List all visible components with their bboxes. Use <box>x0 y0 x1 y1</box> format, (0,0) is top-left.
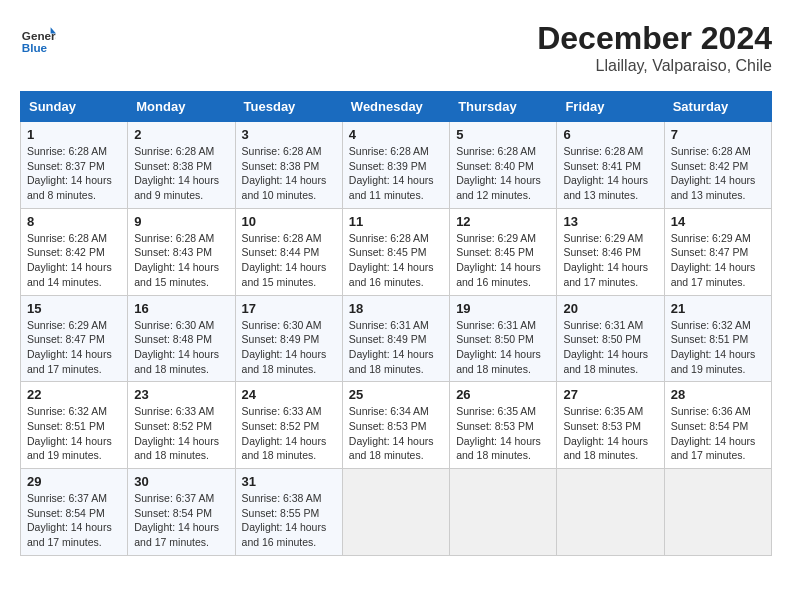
calendar-day-cell: 6Sunrise: 6:28 AMSunset: 8:41 PMDaylight… <box>557 122 664 209</box>
day-sun-info: Sunrise: 6:32 AMSunset: 8:51 PMDaylight:… <box>27 404 121 463</box>
calendar-day-cell: 5Sunrise: 6:28 AMSunset: 8:40 PMDaylight… <box>450 122 557 209</box>
calendar-day-cell: 24Sunrise: 6:33 AMSunset: 8:52 PMDayligh… <box>235 382 342 469</box>
calendar-day-cell: 18Sunrise: 6:31 AMSunset: 8:49 PMDayligh… <box>342 295 449 382</box>
day-sun-info: Sunrise: 6:32 AMSunset: 8:51 PMDaylight:… <box>671 318 765 377</box>
day-number: 11 <box>349 214 443 229</box>
day-sun-info: Sunrise: 6:30 AMSunset: 8:49 PMDaylight:… <box>242 318 336 377</box>
day-sun-info: Sunrise: 6:28 AMSunset: 8:44 PMDaylight:… <box>242 231 336 290</box>
day-of-week-header: Sunday <box>21 92 128 122</box>
day-sun-info: Sunrise: 6:30 AMSunset: 8:48 PMDaylight:… <box>134 318 228 377</box>
calendar-week-row: 1Sunrise: 6:28 AMSunset: 8:37 PMDaylight… <box>21 122 772 209</box>
month-title: December 2024 <box>537 20 772 57</box>
day-number: 7 <box>671 127 765 142</box>
calendar-week-row: 22Sunrise: 6:32 AMSunset: 8:51 PMDayligh… <box>21 382 772 469</box>
calendar-day-cell: 15Sunrise: 6:29 AMSunset: 8:47 PMDayligh… <box>21 295 128 382</box>
calendar-day-cell: 1Sunrise: 6:28 AMSunset: 8:37 PMDaylight… <box>21 122 128 209</box>
day-sun-info: Sunrise: 6:28 AMSunset: 8:38 PMDaylight:… <box>134 144 228 203</box>
day-number: 25 <box>349 387 443 402</box>
day-sun-info: Sunrise: 6:34 AMSunset: 8:53 PMDaylight:… <box>349 404 443 463</box>
calendar-table: SundayMondayTuesdayWednesdayThursdayFrid… <box>20 91 772 556</box>
day-number: 22 <box>27 387 121 402</box>
calendar-day-cell: 7Sunrise: 6:28 AMSunset: 8:42 PMDaylight… <box>664 122 771 209</box>
calendar-day-cell: 29Sunrise: 6:37 AMSunset: 8:54 PMDayligh… <box>21 469 128 556</box>
day-sun-info: Sunrise: 6:28 AMSunset: 8:37 PMDaylight:… <box>27 144 121 203</box>
day-number: 21 <box>671 301 765 316</box>
day-number: 20 <box>563 301 657 316</box>
calendar-day-cell <box>664 469 771 556</box>
day-sun-info: Sunrise: 6:38 AMSunset: 8:55 PMDaylight:… <box>242 491 336 550</box>
day-number: 9 <box>134 214 228 229</box>
calendar-day-cell: 19Sunrise: 6:31 AMSunset: 8:50 PMDayligh… <box>450 295 557 382</box>
day-number: 4 <box>349 127 443 142</box>
calendar-day-cell: 27Sunrise: 6:35 AMSunset: 8:53 PMDayligh… <box>557 382 664 469</box>
title-block: December 2024 Llaillay, Valparaiso, Chil… <box>537 20 772 75</box>
day-sun-info: Sunrise: 6:35 AMSunset: 8:53 PMDaylight:… <box>563 404 657 463</box>
day-sun-info: Sunrise: 6:29 AMSunset: 8:47 PMDaylight:… <box>671 231 765 290</box>
day-number: 13 <box>563 214 657 229</box>
day-of-week-header: Saturday <box>664 92 771 122</box>
day-of-week-header: Tuesday <box>235 92 342 122</box>
day-number: 24 <box>242 387 336 402</box>
day-sun-info: Sunrise: 6:37 AMSunset: 8:54 PMDaylight:… <box>134 491 228 550</box>
day-number: 27 <box>563 387 657 402</box>
calendar-day-cell: 10Sunrise: 6:28 AMSunset: 8:44 PMDayligh… <box>235 208 342 295</box>
day-sun-info: Sunrise: 6:31 AMSunset: 8:49 PMDaylight:… <box>349 318 443 377</box>
calendar-day-cell <box>450 469 557 556</box>
calendar-day-cell: 30Sunrise: 6:37 AMSunset: 8:54 PMDayligh… <box>128 469 235 556</box>
calendar-day-cell: 12Sunrise: 6:29 AMSunset: 8:45 PMDayligh… <box>450 208 557 295</box>
calendar-header-row: SundayMondayTuesdayWednesdayThursdayFrid… <box>21 92 772 122</box>
calendar-day-cell: 22Sunrise: 6:32 AMSunset: 8:51 PMDayligh… <box>21 382 128 469</box>
day-sun-info: Sunrise: 6:28 AMSunset: 8:41 PMDaylight:… <box>563 144 657 203</box>
day-number: 8 <box>27 214 121 229</box>
day-sun-info: Sunrise: 6:36 AMSunset: 8:54 PMDaylight:… <box>671 404 765 463</box>
day-sun-info: Sunrise: 6:35 AMSunset: 8:53 PMDaylight:… <box>456 404 550 463</box>
calendar-day-cell: 3Sunrise: 6:28 AMSunset: 8:38 PMDaylight… <box>235 122 342 209</box>
day-sun-info: Sunrise: 6:28 AMSunset: 8:43 PMDaylight:… <box>134 231 228 290</box>
day-sun-info: Sunrise: 6:28 AMSunset: 8:45 PMDaylight:… <box>349 231 443 290</box>
day-sun-info: Sunrise: 6:28 AMSunset: 8:39 PMDaylight:… <box>349 144 443 203</box>
day-number: 19 <box>456 301 550 316</box>
day-number: 2 <box>134 127 228 142</box>
page-header: General Blue December 2024 Llaillay, Val… <box>20 20 772 75</box>
calendar-day-cell: 26Sunrise: 6:35 AMSunset: 8:53 PMDayligh… <box>450 382 557 469</box>
calendar-day-cell: 11Sunrise: 6:28 AMSunset: 8:45 PMDayligh… <box>342 208 449 295</box>
day-sun-info: Sunrise: 6:28 AMSunset: 8:40 PMDaylight:… <box>456 144 550 203</box>
day-number: 10 <box>242 214 336 229</box>
day-sun-info: Sunrise: 6:29 AMSunset: 8:46 PMDaylight:… <box>563 231 657 290</box>
day-sun-info: Sunrise: 6:31 AMSunset: 8:50 PMDaylight:… <box>563 318 657 377</box>
calendar-day-cell: 2Sunrise: 6:28 AMSunset: 8:38 PMDaylight… <box>128 122 235 209</box>
day-number: 31 <box>242 474 336 489</box>
day-number: 28 <box>671 387 765 402</box>
day-number: 16 <box>134 301 228 316</box>
calendar-week-row: 15Sunrise: 6:29 AMSunset: 8:47 PMDayligh… <box>21 295 772 382</box>
day-sun-info: Sunrise: 6:28 AMSunset: 8:42 PMDaylight:… <box>671 144 765 203</box>
calendar-day-cell: 14Sunrise: 6:29 AMSunset: 8:47 PMDayligh… <box>664 208 771 295</box>
calendar-week-row: 8Sunrise: 6:28 AMSunset: 8:42 PMDaylight… <box>21 208 772 295</box>
day-sun-info: Sunrise: 6:37 AMSunset: 8:54 PMDaylight:… <box>27 491 121 550</box>
day-sun-info: Sunrise: 6:28 AMSunset: 8:38 PMDaylight:… <box>242 144 336 203</box>
day-number: 18 <box>349 301 443 316</box>
calendar-day-cell: 4Sunrise: 6:28 AMSunset: 8:39 PMDaylight… <box>342 122 449 209</box>
day-number: 6 <box>563 127 657 142</box>
day-number: 30 <box>134 474 228 489</box>
calendar-day-cell: 16Sunrise: 6:30 AMSunset: 8:48 PMDayligh… <box>128 295 235 382</box>
day-number: 1 <box>27 127 121 142</box>
calendar-week-row: 29Sunrise: 6:37 AMSunset: 8:54 PMDayligh… <box>21 469 772 556</box>
logo-icon: General Blue <box>20 20 56 56</box>
calendar-day-cell <box>342 469 449 556</box>
day-sun-info: Sunrise: 6:31 AMSunset: 8:50 PMDaylight:… <box>456 318 550 377</box>
day-number: 17 <box>242 301 336 316</box>
day-of-week-header: Wednesday <box>342 92 449 122</box>
day-number: 3 <box>242 127 336 142</box>
logo: General Blue <box>20 20 56 56</box>
day-of-week-header: Monday <box>128 92 235 122</box>
day-number: 14 <box>671 214 765 229</box>
calendar-day-cell: 31Sunrise: 6:38 AMSunset: 8:55 PMDayligh… <box>235 469 342 556</box>
day-sun-info: Sunrise: 6:28 AMSunset: 8:42 PMDaylight:… <box>27 231 121 290</box>
calendar-day-cell <box>557 469 664 556</box>
day-number: 23 <box>134 387 228 402</box>
day-sun-info: Sunrise: 6:33 AMSunset: 8:52 PMDaylight:… <box>134 404 228 463</box>
location: Llaillay, Valparaiso, Chile <box>537 57 772 75</box>
day-of-week-header: Friday <box>557 92 664 122</box>
day-sun-info: Sunrise: 6:29 AMSunset: 8:45 PMDaylight:… <box>456 231 550 290</box>
